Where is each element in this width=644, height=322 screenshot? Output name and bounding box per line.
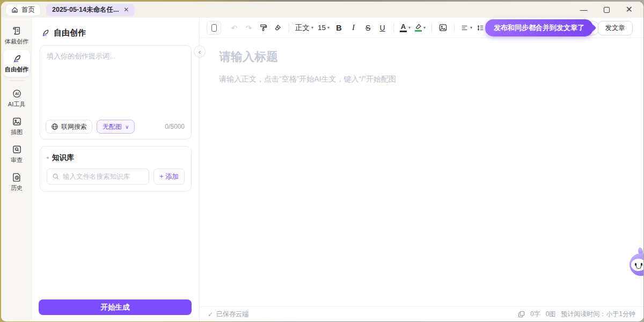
globe-icon	[51, 123, 58, 130]
redo-button[interactable]: ↷	[242, 21, 255, 35]
generate-button[interactable]: 开始生成	[39, 299, 192, 315]
publish-article-label: 发文章	[605, 24, 626, 33]
clear-format-button[interactable]	[271, 21, 284, 35]
history-icon	[12, 172, 22, 182]
word-count: 0字	[530, 310, 540, 319]
undo-button[interactable]: ↶	[228, 21, 241, 35]
tab-close-icon[interactable]: ✕	[123, 6, 129, 13]
image-icon	[438, 23, 448, 32]
prompt-card: 联网搜索 无配图 ∨ 0/5000	[40, 45, 192, 140]
paragraph-style-value: 正文	[295, 23, 310, 33]
align-icon	[460, 24, 469, 32]
strikethrough-button[interactable]: S	[361, 21, 375, 35]
sidebar-item-label: 审查	[11, 156, 23, 164]
knowledge-base-card: 知识库 + 添加	[40, 146, 192, 192]
bullet-dot-icon	[47, 157, 49, 159]
knowledge-base-row: + 添加	[47, 169, 185, 185]
status-bar: ✓ 已保存云端 0字 0图 预计阅读时间：小于1分钟	[200, 306, 643, 321]
review-icon	[12, 144, 22, 155]
align-dropdown[interactable]: ▾	[459, 21, 474, 35]
sidebar-item-illustration[interactable]: 插图	[3, 113, 30, 140]
quill-icon	[41, 28, 50, 38]
editor-toolbar: ↶ ↷ 正文 ▾ 15	[200, 18, 643, 38]
font-size-dropdown[interactable]: 15 ▾	[316, 21, 331, 35]
read-time: 预计阅读时间：小于1分钟	[561, 310, 635, 319]
top-bar: 首页 2025-05-14未命名任... ✕ — ✕	[1, 2, 643, 18]
publish-tooltip-text: 发布和同步都合并到发文章了	[494, 23, 584, 33]
window-close-icon[interactable]: ✕	[626, 5, 633, 14]
font-color-button[interactable]: A ▾	[398, 21, 412, 35]
undo-icon: ↶	[231, 24, 238, 32]
window-controls: — ✕	[580, 5, 639, 14]
quill-icon	[12, 54, 22, 64]
sidebar-item-free-writing[interactable]: 自由创作	[3, 50, 30, 77]
document-tab[interactable]: 2025-05-14未命名任... ✕	[46, 4, 135, 16]
underline-icon: U	[380, 24, 385, 32]
copy-icon[interactable]	[518, 311, 525, 318]
editor-area: ‹ ↶ ↷	[200, 18, 643, 321]
app-window: 首页 2025-05-14未命名任... ✕ — ✕ 体裁创作	[1, 2, 643, 321]
char-counter: 0/5000	[165, 123, 185, 130]
home-button[interactable]: 首页	[5, 4, 41, 16]
main-area: 体裁创作 自由创作 AI AI工具	[1, 18, 643, 321]
sidebar-item-review[interactable]: 审查	[3, 141, 30, 167]
minimize-icon[interactable]: —	[580, 6, 588, 13]
publish-tooltip: 发布和同步都合并到发文章了	[485, 19, 593, 36]
paragraph-style-dropdown[interactable]: 正文 ▾	[294, 21, 315, 35]
insert-image-button[interactable]	[436, 21, 450, 35]
italic-button[interactable]: I	[347, 21, 360, 35]
title-placeholder[interactable]: 请输入标题	[219, 49, 622, 65]
icon-sidebar: 体裁创作 自由创作 AI AI工具	[1, 18, 32, 321]
knowledge-base-title-row: 知识库	[47, 153, 185, 163]
sidebar-divider	[10, 80, 24, 81]
chevron-down-icon: ▾	[327, 26, 330, 30]
toolbar-divider	[454, 24, 455, 32]
add-knowledge-label: + 添加	[159, 172, 179, 181]
image-count: 0图	[546, 310, 556, 319]
prompt-input[interactable]	[47, 52, 185, 108]
image-mode-value: 无配图	[103, 122, 122, 131]
knowledge-base-search-input[interactable]	[63, 173, 144, 180]
sidebar-item-label: 自由创作	[5, 65, 28, 74]
underline-button[interactable]: U	[376, 21, 389, 35]
line-spacing-icon	[477, 24, 485, 32]
knowledge-base-search[interactable]	[47, 169, 149, 185]
sidebar-item-label: 历史	[11, 184, 23, 192]
format-painter-button[interactable]	[257, 21, 270, 35]
status-bar-right: 0字 0图 预计阅读时间：小于1分钟	[518, 310, 635, 319]
add-knowledge-button[interactable]: + 添加	[153, 169, 185, 185]
genre-writing-icon	[12, 26, 22, 36]
toolbar-divider	[393, 24, 394, 32]
web-search-toggle[interactable]: 联网搜索	[46, 120, 92, 134]
highlighter-icon	[415, 24, 422, 32]
mobile-preview-button[interactable]	[207, 21, 221, 35]
font-size-value: 15	[318, 24, 326, 32]
svg-text:AI: AI	[14, 92, 18, 96]
bold-button[interactable]: B	[332, 21, 346, 35]
maximize-icon[interactable]	[604, 7, 610, 13]
redo-icon: ↷	[246, 24, 252, 32]
font-color-icon: A	[400, 23, 407, 32]
editor-body[interactable]: 请输入标题 请输入正文，点击“空格”开始AI生文，键入“/”开始配图	[200, 38, 643, 306]
saved-status: 已保存云端	[216, 310, 248, 319]
sidebar-item-genre-writing[interactable]: 体裁创作	[3, 22, 30, 49]
document-tab-title: 2025-05-14未命名任...	[52, 5, 119, 14]
sidebar-item-ai-tools[interactable]: AI AI工具	[3, 85, 30, 112]
home-label: 首页	[21, 5, 35, 14]
body-placeholder[interactable]: 请输入正文，点击“空格”开始AI生文，键入“/”开始配图	[219, 75, 622, 84]
strikethrough-icon: S	[365, 24, 370, 32]
panel-header: 自由创作	[41, 28, 191, 38]
chevron-down-icon: ∨	[125, 124, 129, 130]
chevron-down-icon: ▾	[470, 26, 472, 30]
chevron-down-icon: ▾	[423, 26, 426, 30]
check-icon: ✓	[208, 311, 213, 318]
image-mode-dropdown[interactable]: 无配图 ∨	[97, 120, 135, 134]
sidebar-item-history[interactable]: 历史	[3, 169, 30, 195]
toolbar-divider	[289, 24, 289, 32]
publish-article-button[interactable]: 发文章	[598, 21, 633, 35]
bold-icon: B	[336, 24, 341, 32]
sidebar-item-label: 体裁创作	[5, 38, 28, 46]
home-icon	[11, 6, 18, 13]
collapse-panel-button[interactable]: ‹	[194, 46, 206, 57]
highlight-color-button[interactable]: ▾	[413, 21, 427, 35]
